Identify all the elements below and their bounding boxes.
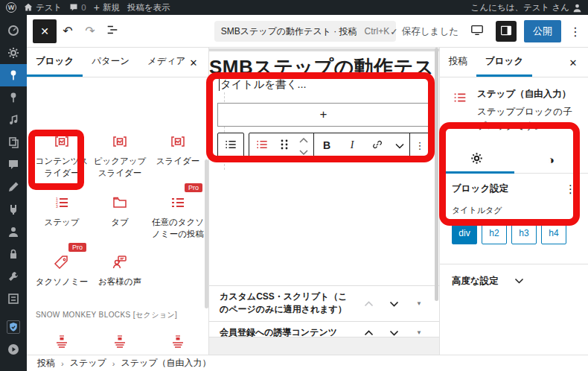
- publish-button[interactable]: 公開: [524, 20, 561, 42]
- taxonomy-tag-block-icon: [53, 253, 71, 271]
- move-panel-up-button[interactable]: [359, 298, 378, 309]
- preview-button[interactable]: [466, 19, 488, 43]
- redo-button[interactable]: ↷: [79, 19, 101, 43]
- close-icon: ✕: [190, 57, 198, 69]
- svg-text:3: 3: [56, 204, 58, 209]
- admin-top-bar: W テスト 0 + 新規 投稿を表示 こんにちは、テスト さん: [0, 0, 588, 15]
- tab-blocks[interactable]: ブロック: [27, 48, 83, 77]
- appearance-menu-icon[interactable]: [0, 176, 27, 198]
- comments-menu-icon[interactable]: [0, 153, 27, 176]
- block-item-content-slider[interactable]: コンテンツスライダー: [33, 125, 91, 179]
- block-type-step-button[interactable]: [218, 133, 243, 157]
- tab-patterns[interactable]: パターン: [83, 48, 138, 77]
- move-panel-down-button[interactable]: [384, 298, 403, 309]
- block-card: ステップ（自由入力） ステップブロックの子ブロックです。: [440, 77, 588, 144]
- monitor-icon: [470, 23, 484, 39]
- breadcrumb-separator: ›: [61, 359, 64, 368]
- tab-settings-gear[interactable]: [440, 147, 514, 173]
- link-button[interactable]: [365, 133, 390, 157]
- breadcrumb-step[interactable]: ステップ: [70, 357, 106, 370]
- step-block-icon: 123: [53, 194, 71, 212]
- tab-post[interactable]: 投稿: [440, 48, 476, 77]
- slider-block-icon: [111, 133, 129, 150]
- italic-button[interactable]: I: [339, 133, 365, 157]
- account-menu[interactable]: こんにちは、テスト さん: [471, 2, 582, 13]
- breadcrumb-separator: ›: [112, 359, 115, 368]
- block-mover[interactable]: [294, 133, 313, 157]
- block-item-any-taxonomy-posts[interactable]: Pro 任意のタクソノミーの投稿: [149, 186, 207, 240]
- tab-styles[interactable]: ◑: [514, 147, 588, 173]
- post-title[interactable]: SMBステップの動作テスト: [209, 54, 439, 80]
- title-tag-h4-button[interactable]: h4: [541, 222, 566, 244]
- tools-menu-icon[interactable]: [0, 265, 27, 288]
- security-shield-icon[interactable]: [0, 316, 27, 338]
- block-settings-heading: ブロック設定: [452, 183, 565, 195]
- plugins-menu-icon[interactable]: [0, 198, 27, 221]
- wordpress-logo-icon[interactable]: W: [6, 2, 16, 13]
- custom-css-panel: カスタムCSS・スクリプト（このページのみに適用されます） ▼: [209, 285, 439, 321]
- plus-icon: +: [94, 1, 100, 13]
- close-inserter-x-button[interactable]: ✕: [185, 54, 202, 72]
- advanced-settings-toggle[interactable]: 高度な設定: [440, 264, 588, 298]
- list-view-button[interactable]: [101, 19, 124, 43]
- block-appender-button[interactable]: +: [217, 103, 429, 127]
- drag-handle[interactable]: [275, 133, 294, 157]
- lock-menu-icon[interactable]: [0, 243, 27, 265]
- posts-menu-icon[interactable]: [0, 64, 27, 86]
- sidebar-tabs: 投稿 ブロック ✕: [440, 48, 588, 77]
- block-settings-panel-header: ブロック設定 ⋮: [440, 174, 588, 202]
- block-toolbar: B I ⋮: [217, 133, 430, 158]
- gear-icon: [470, 152, 483, 167]
- breadcrumb-step-free-input[interactable]: ステップ（自由入力）: [121, 357, 211, 370]
- title-tag-h2-button[interactable]: h2: [482, 222, 507, 244]
- caret-down-icon: ▼: [416, 300, 422, 307]
- select-parent-step-button[interactable]: [249, 133, 275, 157]
- video-play-icon[interactable]: [0, 338, 27, 361]
- link-icon: [371, 138, 384, 153]
- footer-breadcrumb: 投稿 › ステップ › ステップ（自由入力）: [27, 355, 588, 371]
- close-sidebar-button[interactable]: ✕: [564, 54, 582, 72]
- block-item-testimonial[interactable]: お客様の声: [91, 246, 149, 288]
- canvas-scrollbar[interactable]: [435, 48, 438, 301]
- options-menu-icon[interactable]: [0, 288, 27, 310]
- comments-menu[interactable]: 0: [69, 3, 86, 12]
- document-title: SMBステップの動作テスト · 投稿: [221, 25, 357, 38]
- block-options-kebab-button[interactable]: ⋮: [410, 133, 429, 157]
- media-menu-icon[interactable]: [0, 109, 27, 131]
- new-content-menu[interactable]: + 新規: [94, 1, 120, 13]
- view-post-link[interactable]: 投稿を表示: [127, 2, 170, 13]
- editor-header: ✕ ↶ ↷ SMBステップの動作テスト · 投稿 Ctrl+K ✓ 保存しました…: [27, 15, 588, 48]
- testimonial-block-icon: [111, 253, 129, 271]
- panel-kebab-button[interactable]: ⋮: [565, 183, 576, 196]
- step-title-input[interactable]: タイトルを書く...: [219, 77, 307, 92]
- inserter-scrollbar[interactable]: [205, 159, 208, 308]
- breadcrumb-posts[interactable]: 投稿: [37, 357, 55, 370]
- bold-button[interactable]: B: [314, 133, 339, 157]
- tab-block[interactable]: ブロック: [476, 48, 532, 77]
- meta-boxes: カスタムCSS・スクリプト（このページのみに適用されます） ▼ 会員登録への誘導…: [209, 285, 439, 343]
- toggle-panel-button[interactable]: ▼: [409, 300, 429, 307]
- title-tag-label: タイトルタグ: [440, 202, 588, 221]
- users-menu-icon[interactable]: [0, 221, 27, 243]
- block-item-taxonomy[interactable]: Pro タクソノミー: [33, 246, 91, 288]
- title-tag-h3-button[interactable]: h3: [511, 222, 537, 244]
- pin-menu-icon[interactable]: [0, 86, 27, 109]
- block-item-tab[interactable]: タブ: [91, 186, 149, 240]
- settings-gear-icon[interactable]: [0, 42, 27, 64]
- dashboard-icon[interactable]: [0, 19, 27, 42]
- undo-button[interactable]: ↶: [57, 19, 79, 43]
- toggle-settings-sidebar-button[interactable]: [496, 21, 517, 42]
- section-block-icon: [53, 332, 71, 350]
- close-inserter-button[interactable]: ✕: [33, 19, 57, 43]
- block-item-pickup-slider[interactable]: ピックアップスライダー: [91, 125, 149, 179]
- pages-menu-icon[interactable]: [0, 131, 27, 153]
- toggle-panel-button[interactable]: ▼: [409, 329, 429, 336]
- options-kebab-button[interactable]: ⋮: [569, 19, 582, 43]
- title-tag-div-button[interactable]: div: [452, 222, 477, 244]
- block-item-step[interactable]: 123 ステップ: [33, 186, 91, 240]
- check-icon: ✓: [390, 26, 397, 37]
- more-formats-button[interactable]: [390, 133, 409, 157]
- block-item-slider[interactable]: スライダー: [149, 125, 207, 179]
- site-menu[interactable]: テスト: [24, 2, 62, 13]
- command-center-button[interactable]: SMBステップの動作テスト · 投稿 Ctrl+K: [214, 21, 396, 42]
